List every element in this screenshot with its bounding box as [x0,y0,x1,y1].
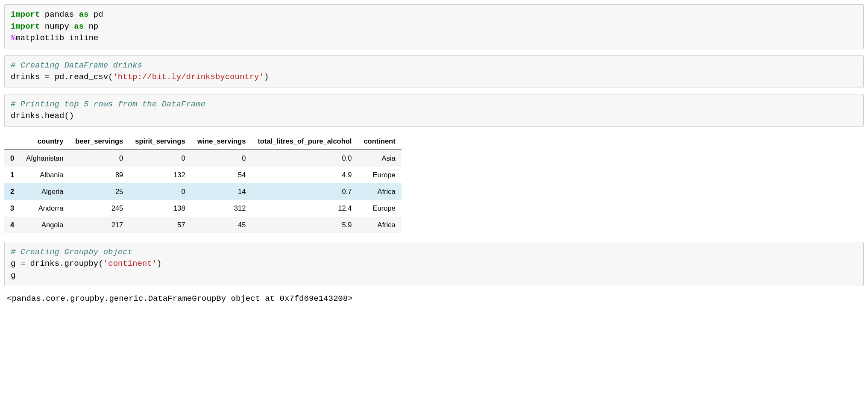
cell-spirit: 57 [129,217,191,233]
th-wine: wine_servings [191,133,252,150]
cell-spirit: 132 [129,167,191,183]
comment: # Printing top 5 rows from the DataFrame [11,100,205,109]
cell-total: 12.4 [252,200,358,217]
cell-wine: 14 [191,183,252,200]
cell-country: Algeria [20,183,69,200]
table-row: 4Angola21757455.9Africa [4,217,402,233]
cell-total: 0.0 [252,150,358,167]
table-row: 2Algeria250140.7Africa [4,183,402,200]
row-index: 2 [4,183,20,200]
keyword-import: import [11,22,40,31]
magic-percent: % [11,33,15,43]
table-row: 3Andorra24513831212.4Europe [4,200,402,217]
cell-beer: 0 [69,150,129,167]
table-body: 0Afghanistan0000.0Asia1Albania89132544.9… [4,150,402,233]
code-text: drinks.groupby( [25,259,103,268]
cell-beer: 25 [69,183,129,200]
comment: # Creating Groupby object [11,247,132,257]
cell-total: 0.7 [252,183,358,200]
text-output: <pandas.core.groupby.generic.DataFrameGr… [4,292,864,305]
table-row: 0Afghanistan0000.0Asia [4,150,402,167]
code-text: drinks.head() [11,111,74,120]
th-beer: beer_servings [69,133,129,150]
keyword-import: import [11,10,40,19]
code-text: g [11,259,21,268]
th-total: total_litres_of_pure_alcohol [252,133,358,150]
alias-pd: pd [88,10,103,19]
comment: # Creating DataFrame drinks [11,61,142,70]
module-pandas: pandas [40,10,79,19]
th-continent: continent [358,133,401,150]
cell-beer: 245 [69,200,129,217]
th-index [4,133,20,150]
cell-continent: Europe [358,200,401,217]
dataframe-output: country beer_servings spirit_servings wi… [4,133,402,233]
row-index: 1 [4,167,20,183]
cell-country: Albania [20,167,69,183]
cell-wine: 45 [191,217,252,233]
module-numpy: numpy [40,22,74,31]
cell-spirit: 138 [129,200,191,217]
alias-np: np [84,22,98,31]
code-text: drinks [11,72,45,82]
cell-wine: 312 [191,200,252,217]
code-cell-4[interactable]: # Creating Groupby object g = drinks.gro… [4,242,864,287]
th-spirit: spirit_servings [129,133,191,150]
code-text: g [11,271,15,280]
cell-continent: Africa [358,183,401,200]
cell-continent: Europe [358,167,401,183]
string-url: 'http://bit.ly/drinksbycountry' [113,72,264,82]
row-index: 0 [4,150,20,167]
table-header: country beer_servings spirit_servings wi… [4,133,402,150]
cell-country: Angola [20,217,69,233]
operator-equals: = [21,259,25,268]
keyword-as: as [79,10,89,19]
cell-wine: 0 [191,150,252,167]
cell-continent: Asia [358,150,401,167]
code-text: pd.read_csv( [50,72,113,82]
operator-equals: = [45,72,50,82]
cell-total: 4.9 [252,167,358,183]
code-text: ) [157,259,161,268]
cell-beer: 217 [69,217,129,233]
cell-country: Andorra [20,200,69,217]
keyword-as: as [74,22,84,31]
cell-continent: Africa [358,217,401,233]
table-row: 1Albania89132544.9Europe [4,167,402,183]
row-index: 3 [4,200,20,217]
row-index: 4 [4,217,20,233]
cell-spirit: 0 [129,183,191,200]
magic-command: matplotlib inline [15,33,98,43]
code-cell-3[interactable]: # Printing top 5 rows from the DataFrame… [4,94,864,127]
cell-wine: 54 [191,167,252,183]
string-continent: 'continent' [103,259,157,268]
cell-total: 5.9 [252,217,358,233]
code-cell-2[interactable]: # Creating DataFrame drinks drinks = pd.… [4,55,864,88]
cell-country: Afghanistan [20,150,69,167]
code-cell-1[interactable]: import pandas as pd import numpy as np %… [4,4,864,49]
cell-spirit: 0 [129,150,191,167]
cell-beer: 89 [69,167,129,183]
code-text: ) [264,72,269,82]
th-country: country [20,133,69,150]
